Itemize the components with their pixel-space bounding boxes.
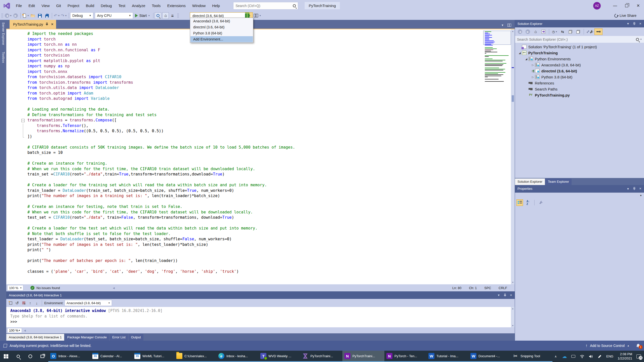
tab-solution-explorer[interactable]: Solution Explorer [515,178,545,185]
tree-item-python-environments[interactable]: ◢Python Environments [515,56,644,62]
taskbar-app-onenote[interactable]: NPyTorch - Ten... [384,351,426,362]
se-home-button[interactable]: ⌂ [532,28,539,35]
pin-icon[interactable] [633,187,636,190]
window-position-icon[interactable]: ▼ [627,22,629,25]
env-option[interactable]: directml (3.6, 64-bit) [190,24,253,30]
notifications-bell[interactable]: 1 [636,343,640,348]
window-position-icon[interactable]: ▼ [497,294,500,297]
tree-item-pytorchtraining-py[interactable]: PYPyTorchTraining.py [515,92,644,98]
taskbar-app-edge[interactable]: eInbox - lesha... [216,351,258,362]
display-icon[interactable] [571,355,576,358]
taskbar-app-onenote[interactable]: NPyTorchTraini... [342,351,384,362]
pending-changes-filter-button[interactable]: ◷▼ [551,28,558,35]
scrollbar-thumb[interactable] [512,95,514,102]
close-button[interactable]: ✕ [632,0,644,11]
env-option[interactable]: Python 3.8 (64-bit) [190,30,253,36]
configuration-combo[interactable]: Debug▼ [70,12,93,19]
server-explorer-tab[interactable]: Server Explorer [2,22,5,45]
tab-output[interactable]: Output [129,334,143,341]
close-tab-icon[interactable]: ✕ [51,22,54,26]
alphabetical-sort-button[interactable]: A↓Z [525,199,531,206]
start-button[interactable] [0,351,12,362]
tree-expander-icon[interactable]: ◢ [524,58,529,60]
taskbar-app-calendar[interactable]: 31Calendar - Al... [90,351,132,362]
split-window-icon[interactable] [507,24,511,27]
wifi-icon[interactable] [580,355,584,358]
copy-view-button[interactable] [575,28,581,35]
menu-analyze[interactable]: Analyze [129,3,148,9]
column-indicator[interactable]: Ch: 1 [469,286,477,290]
taskbar-app-teams[interactable]: TWVD Weekly ... [258,351,300,362]
menu-tools[interactable]: Tools [149,3,164,9]
categorized-button[interactable] [516,199,523,206]
window-position-icon[interactable]: ▼ [627,187,629,190]
sync-with-active-document-button[interactable]: ⇆ [559,28,566,35]
window-layout-button[interactable]: ▼ [254,12,261,19]
pen-icon[interactable] [597,355,602,358]
chevron-up-icon[interactable]: ▲ [627,344,629,347]
pin-icon[interactable] [504,294,506,297]
issues-label[interactable]: No issues found [36,286,60,290]
home-button[interactable]: ⌂ [162,12,169,19]
editor-scrollbar[interactable]: ▲ ▼ [511,29,515,284]
volume-icon[interactable] [589,355,593,358]
interactive-environment-combo[interactable]: Anaconda3 (3.8, 64-bit)▼ [65,300,112,306]
history-previous-icon[interactable]: ↑ [27,300,33,306]
tree-item-directml-3-6-64-bit-[interactable]: ▷directml (3.6, 64-bit) [515,68,644,74]
taskbar-app-calendar[interactable]: 31WinML Tutori... [132,351,174,362]
se-forward-button[interactable]: ▶ [525,28,531,35]
add-to-source-control-button[interactable]: Add to Source Control [590,344,625,348]
menu-help[interactable]: Help [209,3,223,9]
search-options-icon[interactable]: ▼ [640,38,642,40]
tree-item-references[interactable]: References [515,80,644,86]
se-back-button[interactable]: ◀ [517,28,523,35]
taskbar-app-snipping[interactable]: ✂Snipping Tool [510,351,552,362]
undo-button[interactable]: ↶▼ [54,12,60,19]
editor-zoom-combo[interactable]: 100 %▼ [7,285,23,291]
pin-icon[interactable] [46,23,48,26]
quick-search[interactable] [233,2,298,10]
start-debug-button[interactable]: Start▼ [135,14,150,18]
env-option[interactable]: Anaconda3 (3.8, 64-bit) [190,18,253,24]
properties-object-combo[interactable]: ▼ [515,193,644,199]
console-prompt[interactable]: >>> [10,320,515,325]
new-interactive-icon[interactable] [8,300,13,306]
tree-expander-icon[interactable]: ◢ [517,52,522,54]
taskbar-app-visual-studio[interactable]: ⋈PyTorchTraini... [300,351,342,362]
document-tab[interactable]: PyTorchTraining.py ✕ [10,20,56,29]
tree-item-pytorchtraining[interactable]: ◢PYPyTorchTraining [515,50,644,56]
tree-item-solution-pytorchtraining-1-of-[interactable]: Solution 'PyTorchTraining' (1 of 1 proje… [515,44,644,50]
env-option[interactable]: Add Environment... [190,36,253,42]
tab-team-explorer[interactable]: Team Explorer [545,178,572,185]
switch-views-button[interactable] [540,28,547,35]
fold-collapse-box[interactable]: - [21,119,25,122]
new-file-button[interactable]: ▼ [22,12,29,19]
menu-extensions[interactable]: Extensions [164,3,189,9]
tab-anaconda3-3-8-64-bit-interacti[interactable]: Anaconda3 (3.8, 64-bit) Interactive 1 [6,334,64,341]
live-share-button[interactable]: Live Share [614,14,636,18]
interactive-console[interactable]: Anaconda3 (3.8, 64-bit) interactive wind… [6,307,515,327]
tree-item-python-3-8-64-bit-[interactable]: ▷Python 3.8 (64-bit) [515,74,644,80]
menu-window[interactable]: Window [189,3,209,9]
history-next-icon[interactable]: ↓ [34,300,39,306]
save-button[interactable] [37,12,43,19]
menu-view[interactable]: View [38,3,53,9]
avatar[interactable]: AZ [593,2,601,10]
minimap[interactable] [485,31,510,82]
taskbar-app-outlook[interactable]: OInbox - Alexe... [48,351,90,362]
minimize-button[interactable]: — [609,0,621,11]
clear-screen-icon[interactable] [21,300,26,306]
clock[interactable]: 2:08 PM 1/22/2021 [618,352,632,360]
attach-button[interactable]: ⇊ [169,12,176,19]
properties-title-bar[interactable]: Properties ▼ ✕ [515,185,644,193]
open-file-button[interactable] [30,12,36,19]
solution-explorer-title-bar[interactable]: Solution Explorer ▼ ✕ [515,20,644,27]
menu-git[interactable]: Git [53,3,64,9]
save-all-button[interactable] [44,12,50,19]
menu-project[interactable]: Project [64,3,83,9]
tray-expand-chevron[interactable]: ∧ [553,355,558,358]
taskbar-app-folder[interactable]: C:\Users\alex... [174,351,216,362]
menu-file[interactable]: File [13,3,25,9]
tab-package-manager-console[interactable]: Package Manager Console [65,334,109,341]
taskbar-app-word[interactable]: WDocument4 -... [468,351,510,362]
